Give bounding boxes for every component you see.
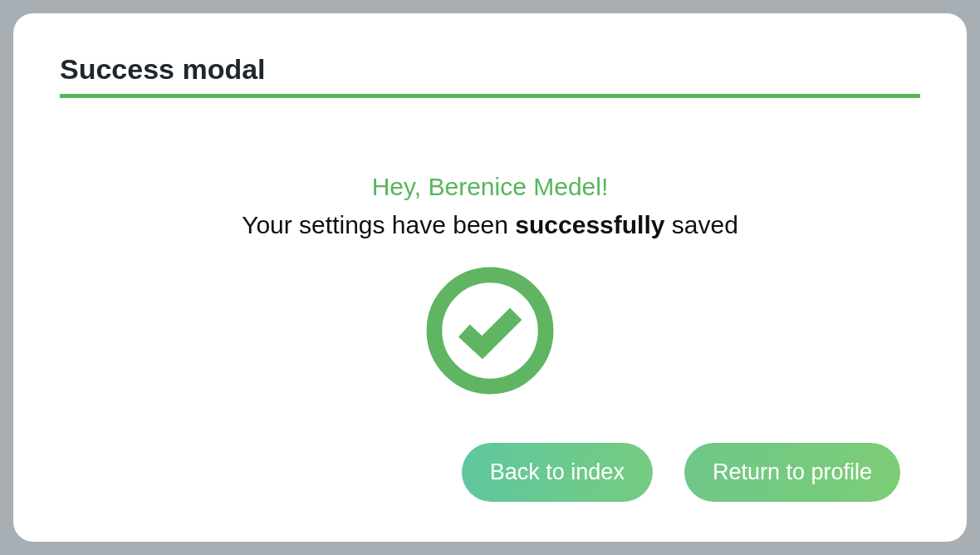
message-prefix: Your settings have been xyxy=(242,211,515,238)
title-underline xyxy=(60,94,920,98)
check-circle-icon xyxy=(425,266,555,395)
greeting-text: Hey, Berenice Medel! xyxy=(372,173,609,201)
message-suffix: saved xyxy=(664,211,737,238)
message-bold: successfully xyxy=(515,211,664,238)
return-to-profile-button[interactable]: Return to profile xyxy=(684,443,900,502)
modal-footer: Back to index Return to profile xyxy=(60,443,920,502)
modal-content: Hey, Berenice Medel! Your settings have … xyxy=(60,173,920,443)
success-modal: Success modal Hey, Berenice Medel! Your … xyxy=(13,13,967,542)
message-text: Your settings have been successfully sav… xyxy=(242,211,738,239)
back-to-index-button[interactable]: Back to index xyxy=(462,443,653,502)
modal-title: Success modal xyxy=(60,53,920,86)
